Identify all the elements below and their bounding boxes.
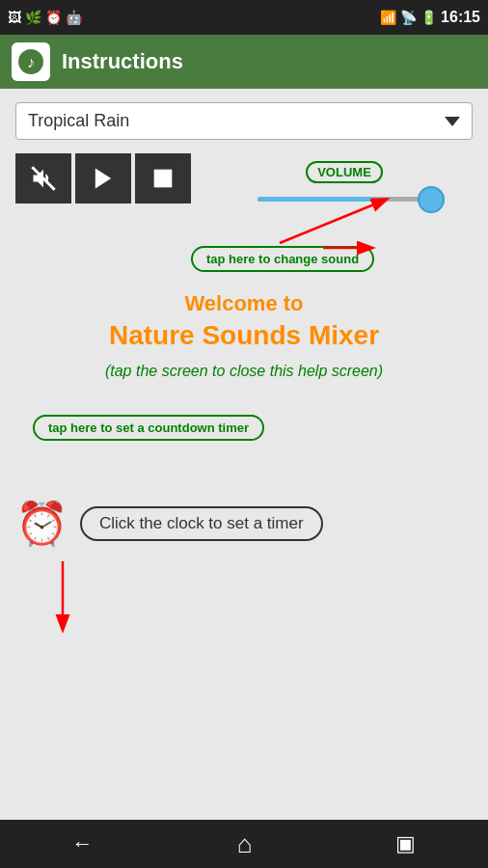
back-button[interactable]: ← xyxy=(53,824,113,864)
dropdown-selected-value: Tropical Rain xyxy=(28,111,445,131)
clock-icon[interactable]: ⏰ xyxy=(15,499,68,549)
welcome-subtitle-text: (tap the screen to close this help scree… xyxy=(15,363,473,380)
svg-text:♪: ♪ xyxy=(27,54,35,70)
volume-slider-track xyxy=(258,197,431,202)
volume-thumb[interactable] xyxy=(418,186,445,213)
volume-label: VOLUME xyxy=(306,161,383,183)
status-time: 16:15 xyxy=(441,9,480,26)
nav-bar: ← ⌂ ▣ xyxy=(0,820,488,868)
signal-icon: 📡 xyxy=(400,10,417,25)
top-bar: ♪ Instructions xyxy=(0,35,488,89)
svg-marker-6 xyxy=(95,169,111,189)
gallery-icon: 🖼 xyxy=(8,10,21,25)
clock-row[interactable]: ⏰ Click the clock to set a timer xyxy=(15,499,473,549)
android-icon: 🤖 xyxy=(66,10,82,25)
welcome-title-text: Nature Sounds Mixer xyxy=(15,320,473,351)
status-icons: 🖼 🌿 ⏰ 🤖 xyxy=(8,10,82,25)
battery-icon: 🔋 xyxy=(420,10,437,25)
mute-button[interactable] xyxy=(15,153,71,203)
sound-dropdown[interactable]: Tropical Rain xyxy=(15,102,473,140)
welcome-section: Welcome to Nature Sounds Mixer (tap the … xyxy=(15,291,473,380)
page-title: Instructions xyxy=(62,49,183,74)
signal-icons: 📶 📡 🔋 16:15 xyxy=(380,9,480,26)
play-button[interactable] xyxy=(75,153,131,203)
svg-rect-7 xyxy=(154,170,173,188)
volume-slider-fill xyxy=(258,197,373,202)
alarm-icon: ⏰ xyxy=(45,10,62,25)
clock-label: Click the clock to set a timer xyxy=(80,506,323,541)
timer-annotation: tap here to set a countdown timer xyxy=(33,415,264,441)
timer-section: tap here to set a countdown timer ⏰ Clic… xyxy=(15,415,473,549)
main-content[interactable]: Tropical Rain MUTE xyxy=(0,89,488,820)
stop-button[interactable] xyxy=(135,153,191,203)
app-icon: ♪ xyxy=(12,42,50,81)
welcome-to-text: Welcome to xyxy=(15,291,473,316)
leaf-icon: 🌿 xyxy=(25,10,41,25)
home-button[interactable]: ⌂ xyxy=(218,822,272,867)
dropdown-arrow-icon xyxy=(445,117,460,126)
wifi-icon: 📶 xyxy=(380,10,396,25)
change-sound-annotation: tap here to change sound xyxy=(191,246,374,272)
status-bar: 🖼 🌿 ⏰ 🤖 📶 📡 🔋 16:15 xyxy=(0,0,488,35)
recent-button[interactable]: ▣ xyxy=(376,824,435,864)
